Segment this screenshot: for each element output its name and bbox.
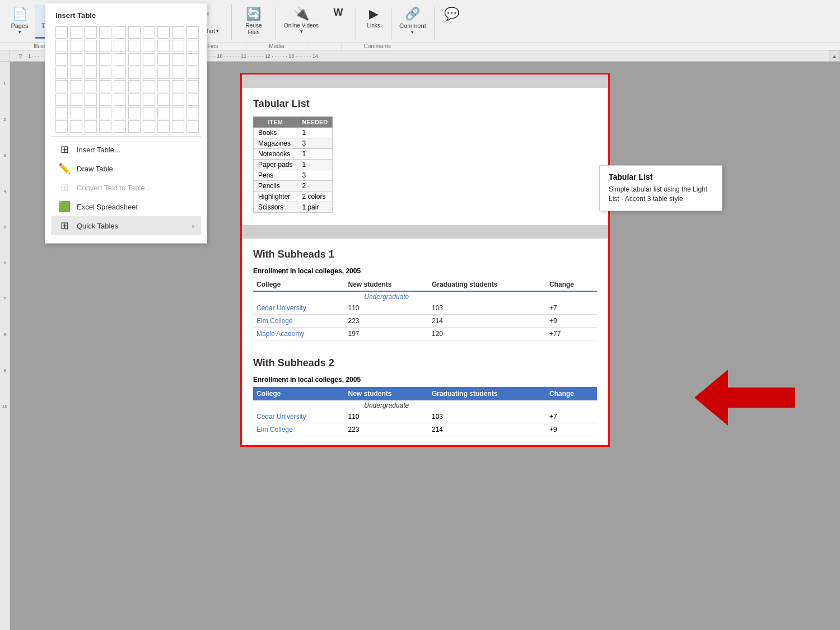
quick-tables-item[interactable]: ⊞ Quick Tables › — [51, 216, 201, 235]
grid-cell[interactable] — [114, 26, 126, 39]
table-grid — [51, 24, 201, 135]
grid-cell[interactable] — [128, 80, 141, 92]
grid-cell[interactable] — [186, 53, 199, 66]
sh1-col-college: College — [253, 278, 345, 291]
grid-cell[interactable] — [55, 120, 68, 133]
grid-cell[interactable] — [172, 80, 184, 92]
grid-cell[interactable] — [99, 53, 111, 66]
grid-cell[interactable] — [143, 80, 155, 92]
grid-cell[interactable] — [172, 53, 184, 66]
grid-cell[interactable] — [99, 107, 111, 119]
grid-cell[interactable] — [157, 40, 170, 52]
grid-cell[interactable] — [55, 26, 68, 39]
tabular-list-table: ITEM NEEDED Books1 Magazines3 Notebooks1… — [253, 116, 333, 213]
insert-table-item[interactable]: ⊞ Insert Table... — [51, 140, 201, 159]
grid-cell[interactable] — [172, 94, 184, 106]
grid-cell[interactable] — [128, 40, 141, 52]
grid-cell[interactable] — [128, 67, 141, 79]
grid-cell[interactable] — [114, 80, 126, 92]
ribbon-reusefiles-btn[interactable]: 🔄 Reuse Files — [235, 4, 272, 38]
grid-cell[interactable] — [55, 67, 68, 79]
grid-cell[interactable] — [85, 53, 97, 66]
grid-cell[interactable] — [128, 94, 141, 106]
grid-cell[interactable] — [70, 26, 82, 39]
grid-cell[interactable] — [99, 94, 111, 106]
grid-cell[interactable] — [186, 107, 199, 119]
grid-cell[interactable] — [172, 120, 184, 133]
grid-cell[interactable] — [186, 80, 199, 92]
grid-cell[interactable] — [172, 67, 184, 79]
grid-cell[interactable] — [128, 107, 141, 119]
table-row: Pens3 — [254, 170, 333, 181]
grid-cell[interactable] — [85, 67, 97, 79]
grid-cell[interactable] — [70, 40, 82, 52]
ribbon-pages-btn[interactable]: 📄 Pages ▾ — [6, 4, 34, 37]
grid-cell[interactable] — [157, 107, 170, 119]
draw-table-item[interactable]: ✏️ Draw Table — [51, 159, 201, 178]
grid-cell[interactable] — [114, 120, 126, 133]
grid-cell[interactable] — [70, 53, 82, 66]
grid-cell[interactable] — [55, 107, 68, 119]
grid-cell[interactable] — [186, 120, 199, 133]
grid-cell[interactable] — [55, 94, 68, 106]
ribbon-myaddinds-btn[interactable]: 🔌 Online Videos ▾ — [279, 4, 323, 36]
grid-cell[interactable] — [143, 67, 155, 79]
grid-cell[interactable] — [143, 26, 155, 39]
grid-cell[interactable] — [172, 40, 184, 52]
grid-cell[interactable] — [70, 67, 82, 79]
grid-cell[interactable] — [157, 53, 170, 66]
ribbon-comment-btn[interactable]: 💬 — [438, 4, 466, 25]
grid-cell[interactable] — [172, 107, 184, 119]
grid-cell[interactable] — [186, 26, 199, 39]
grid-cell[interactable] — [85, 80, 97, 92]
grid-cell[interactable] — [114, 94, 126, 106]
grid-cell[interactable] — [186, 67, 199, 79]
grid-cell[interactable] — [114, 53, 126, 66]
grid-cell[interactable] — [99, 80, 111, 92]
grid-cell[interactable] — [157, 94, 170, 106]
grid-cell[interactable] — [172, 26, 184, 39]
grid-cell[interactable] — [157, 120, 170, 133]
grid-cell[interactable] — [99, 40, 111, 52]
grid-cell[interactable] — [143, 53, 155, 66]
grid-cell[interactable] — [143, 94, 155, 106]
grid-cell[interactable] — [128, 26, 141, 39]
table-dropdown: Insert Table — [45, 3, 207, 244]
grid-cell[interactable] — [55, 53, 68, 66]
grid-cell[interactable] — [186, 40, 199, 52]
scroll-up-btn[interactable]: ▲ — [829, 50, 840, 62]
excel-spreadsheet-item[interactable]: 🟩 Excel Spreadsheet — [51, 197, 201, 216]
grid-cell[interactable] — [70, 107, 82, 119]
grid-cell[interactable] — [70, 120, 82, 133]
grid-cell[interactable] — [143, 107, 155, 119]
grid-cell[interactable] — [85, 26, 97, 39]
grid-cell[interactable] — [70, 80, 82, 92]
grid-cell[interactable] — [85, 40, 97, 52]
grid-cell[interactable] — [128, 120, 141, 133]
arrow-shape — [694, 375, 795, 420]
subheads1-subtitle: Enrollment in local colleges, 2005 — [253, 267, 597, 275]
grid-cell[interactable] — [114, 107, 126, 119]
grid-cell[interactable] — [99, 120, 111, 133]
grid-cell[interactable] — [143, 120, 155, 133]
grid-cell[interactable] — [55, 40, 68, 52]
ribbon-onlinevideos-btn[interactable]: ▶ Links — [360, 4, 388, 31]
grid-cell[interactable] — [70, 94, 82, 106]
grid-cell[interactable] — [55, 80, 68, 92]
grid-cell[interactable] — [99, 26, 111, 39]
grid-cell[interactable] — [128, 53, 141, 66]
grid-cell[interactable] — [157, 26, 170, 39]
grid-cell[interactable] — [157, 67, 170, 79]
grid-cell[interactable] — [99, 67, 111, 79]
grid-cell[interactable] — [85, 120, 97, 133]
grid-cell[interactable] — [85, 107, 97, 119]
grid-cell[interactable] — [157, 80, 170, 92]
grid-cell[interactable] — [186, 94, 199, 106]
grid-cell[interactable] — [114, 67, 126, 79]
grid-cell[interactable] — [85, 94, 97, 106]
ribbon-links-btn[interactable]: 🔗 Comment ▾ — [395, 4, 431, 37]
subheads2-subtitle: Enrollment in local colleges, 2005 — [253, 376, 597, 384]
grid-cell[interactable] — [114, 40, 126, 52]
ribbon-wikipedia-btn[interactable]: W — [324, 4, 352, 22]
grid-cell[interactable] — [143, 40, 155, 52]
